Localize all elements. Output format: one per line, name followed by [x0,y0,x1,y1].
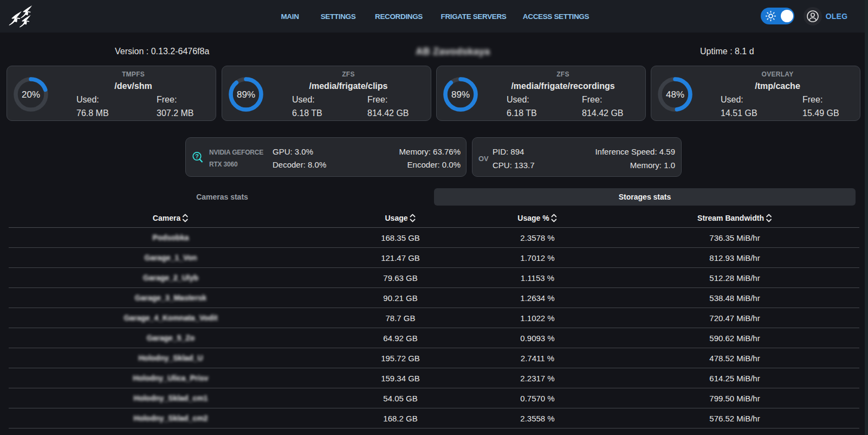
svg-text:?: ? [195,153,199,159]
